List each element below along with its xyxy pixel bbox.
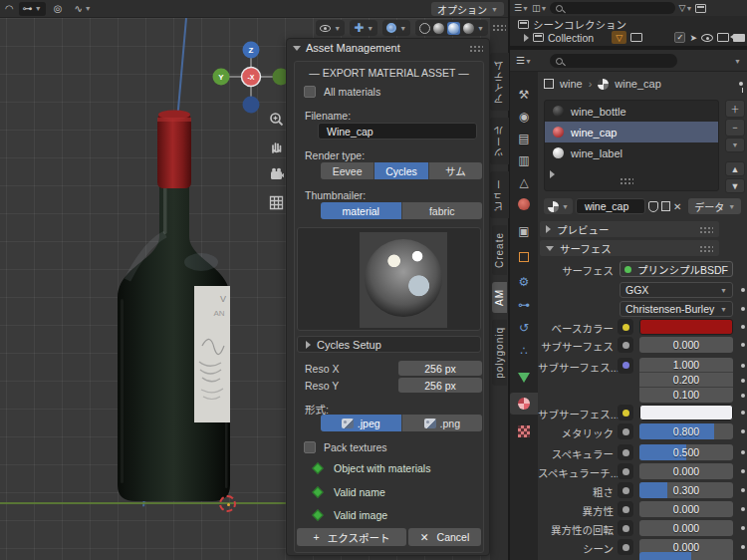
zoom-icon[interactable] — [265, 108, 287, 130]
slot-wine_bottle[interactable]: wine_bottle — [545, 101, 718, 122]
collection-row[interactable]: Collection ▽ ✓ ➤ — [524, 31, 745, 44]
socket-button[interactable] — [618, 444, 633, 460]
socket-button[interactable] — [618, 501, 633, 517]
chevron-down-icon[interactable]: ▼ — [734, 58, 741, 65]
output-tab[interactable]: ▤ — [510, 128, 538, 149]
add-slot-button[interactable]: ＋ — [725, 100, 745, 118]
value-slider[interactable]: 0.000 — [639, 463, 733, 479]
slot-menu-button[interactable]: ▼ — [725, 138, 745, 152]
modifiers-tab[interactable]: ⚙ — [510, 271, 538, 293]
pan-hand-icon[interactable] — [265, 136, 287, 157]
data-menu-button[interactable]: データ▼ — [688, 198, 741, 214]
material-tab[interactable] — [510, 393, 538, 415]
decorator-dot-icon[interactable] — [741, 343, 745, 347]
solid-shading-icon[interactable] — [433, 23, 444, 34]
sidebar-tab-polygoniq[interactable]: polygoniq — [492, 320, 507, 386]
pack-textures-checkbox[interactable] — [304, 441, 316, 453]
cursor-3d[interactable] — [219, 495, 236, 512]
dropdown-Christensen-Burley[interactable]: Christensen-Burley▼ — [620, 301, 733, 317]
slot-wine_cap[interactable]: wine_cap — [545, 122, 718, 142]
unlink-icon[interactable]: ✕ — [673, 201, 681, 212]
sidebar-tab-ビュー[interactable]: ビュー — [490, 171, 509, 218]
decorator-dot-icon[interactable] — [741, 526, 745, 530]
texture-tab[interactable] — [510, 420, 538, 442]
rendered-shading-icon[interactable] — [463, 23, 474, 34]
visibility-eye-icon[interactable] — [701, 34, 713, 42]
slot-specials-icon[interactable] — [550, 170, 555, 178]
navigation-gizmo[interactable]: Z Y -X — [207, 38, 295, 118]
socket-button[interactable] — [618, 405, 633, 420]
remove-slot-button[interactable]: − — [725, 119, 745, 137]
asset-panel-header[interactable]: Asset Management — [287, 39, 489, 57]
sidebar-tab-Create[interactable]: Create — [492, 225, 507, 275]
dropdown-GGX[interactable]: GGX▼ — [620, 282, 733, 298]
decorator-dot-icon[interactable] — [741, 429, 745, 433]
export-button[interactable]: + エクスポート — [297, 528, 406, 546]
drag-grip-icon[interactable] — [469, 45, 483, 52]
viewport-disable-icon[interactable] — [717, 33, 729, 42]
render-tab[interactable]: ◉ — [510, 106, 538, 128]
decorator-dot-icon[interactable] — [741, 288, 745, 292]
list-resize-grip[interactable] — [620, 177, 633, 184]
gizmos-toggle[interactable]: ✚▼ — [350, 20, 377, 36]
socket-button[interactable] — [618, 520, 633, 536]
view-layer-tab[interactable]: ▥ — [510, 149, 538, 171]
overlays-toggle[interactable]: ▼ — [382, 20, 410, 36]
decorator-dot-icon[interactable] — [741, 364, 745, 368]
move-slot-down-button[interactable]: ▼ — [725, 178, 745, 193]
proportional-editing-button[interactable]: ◎ — [50, 2, 67, 16]
thumbnailer-material[interactable]: material — [321, 202, 401, 219]
preview-section-header[interactable]: プレビュー — [540, 221, 719, 237]
expand-triangle-icon[interactable] — [524, 34, 529, 42]
camera-view-icon[interactable] — [265, 163, 287, 185]
socket-button[interactable] — [618, 463, 633, 479]
decorator-dot-icon[interactable] — [741, 325, 745, 329]
reso-x-field[interactable]: 256 px — [398, 361, 482, 376]
panel-grip-icon[interactable] — [492, 24, 506, 31]
socket-button[interactable] — [618, 319, 633, 335]
cancel-button[interactable]: ✕ Cancel — [408, 528, 481, 546]
decorator-dot-icon[interactable] — [741, 507, 745, 511]
cycles-setup-collapsed[interactable]: Cycles Setup — [297, 336, 481, 353]
particles-tab[interactable]: ∴ — [510, 340, 538, 362]
browse-material-button[interactable]: ▼ — [544, 198, 573, 214]
breadcrumb-object[interactable]: wine — [560, 78, 583, 90]
physics-tab[interactable]: ↺ — [510, 317, 538, 339]
editor-type-button[interactable]: ☰▼ — [516, 55, 532, 66]
outliner-search-input[interactable] — [550, 2, 675, 14]
show-gizmo-group[interactable]: ▼ — [316, 20, 345, 36]
fake-user-shield-icon[interactable] — [648, 201, 658, 212]
new-collection-icon[interactable] — [695, 4, 706, 13]
decorator-dot-icon[interactable] — [741, 469, 745, 473]
value-slider[interactable]: 1.000 — [639, 358, 733, 373]
filename-input[interactable]: Wine_cap — [318, 123, 477, 140]
decorator-dot-icon[interactable] — [741, 394, 745, 398]
decorator-dot-icon[interactable] — [741, 488, 745, 492]
new-material-copy-icon[interactable] — [661, 201, 670, 211]
value-slider[interactable]: 0.000 — [639, 337, 733, 353]
socket-button[interactable] — [618, 358, 633, 374]
filter-button[interactable]: ▽▼ — [678, 3, 692, 13]
world-tab[interactable] — [510, 193, 538, 215]
sidebar-tab-アイテム[interactable]: アイテム — [490, 53, 509, 111]
surface-node-button[interactable]: プリンシプルBSDF — [620, 261, 733, 277]
socket-button[interactable] — [618, 482, 633, 498]
render-camera-icon[interactable] — [733, 34, 745, 42]
grid-ortho-icon[interactable] — [265, 191, 287, 213]
magnet-icon[interactable]: ◠ — [4, 2, 15, 16]
all-materials-checkbox[interactable] — [304, 86, 316, 98]
decorator-dot-icon[interactable] — [741, 450, 745, 454]
value-slider[interactable]: 0.800 — [639, 423, 733, 439]
move-slot-up-button[interactable]: ▲ — [725, 161, 745, 176]
options-button[interactable]: オプション ▼ — [431, 2, 504, 16]
value-slider[interactable]: 0.000 — [639, 501, 733, 517]
filter-id-button[interactable]: ◫▼ — [532, 3, 547, 13]
render-type-thumb[interactable]: サム — [429, 162, 482, 179]
format-png[interactable]: .png — [402, 415, 483, 431]
color-swatch[interactable] — [639, 405, 733, 420]
constraints-tab[interactable]: ⊶ — [510, 294, 538, 316]
properties-search-input[interactable] — [550, 54, 677, 68]
checkbox-toggle[interactable]: ✓ — [674, 32, 685, 43]
value-slider[interactable]: 0.000 — [639, 520, 733, 536]
value-slider[interactable]: 0.500 — [639, 444, 733, 460]
